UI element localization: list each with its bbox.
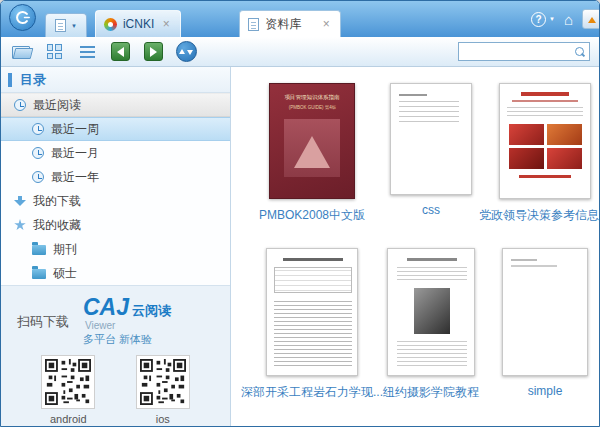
brand-tagline: 多平台 新体验 — [83, 332, 171, 347]
app-window: ▼ iCNKI × 资料库 × ? ▼ ⌂ — [0, 0, 600, 427]
chevron-down-icon: ▼ — [71, 23, 77, 29]
thumbnail-art — [507, 107, 583, 119]
sidebar-item-label: 最近一年 — [51, 169, 99, 186]
document-card[interactable]: 项目管理知识体系指南 (PMBOK GUIDE) 第4版 PMBOK2008中文… — [241, 83, 383, 224]
document-card[interactable]: simple — [479, 248, 599, 401]
document-card[interactable]: 党政领导决策参考信息库 — [479, 83, 599, 224]
back-button[interactable] — [109, 41, 131, 63]
cover-text: (PMBOK GUIDE) 第4版 — [288, 104, 336, 109]
document-title: 纽约摄影学院教程 — [383, 384, 479, 401]
brand-viewer: Viewer — [85, 320, 171, 331]
sidebar-header: 目录 — [1, 67, 230, 93]
caj-logo[interactable] — [9, 4, 36, 31]
qr-ios: ios — [136, 355, 190, 425]
sidebar-item-label: 硕士 — [53, 265, 77, 282]
clock-icon — [32, 147, 44, 159]
help-icon: ? — [531, 12, 546, 27]
thumbnail-art — [283, 258, 343, 261]
document-thumbnail — [499, 83, 591, 199]
qr-row: android ios — [13, 355, 218, 425]
thumbnail-art — [397, 341, 467, 367]
sidebar-item-last-month[interactable]: 最近一月 — [1, 141, 230, 165]
sidebar-item-label: 我的收藏 — [33, 217, 81, 234]
document-thumbnail: 项目管理知识体系指南 (PMBOK GUIDE) 第4版 — [269, 83, 355, 199]
clock-icon — [32, 123, 44, 135]
home-icon[interactable]: ⌂ — [564, 12, 573, 27]
close-icon[interactable]: × — [160, 18, 172, 30]
sidebar-item-last-week[interactable]: 最近一周 — [1, 117, 230, 141]
grid-view-button[interactable] — [43, 41, 65, 63]
sidebar-header-label: 目录 — [20, 71, 46, 89]
document-grid: 项目管理知识体系指南 (PMBOK GUIDE) 第4版 PMBOK2008中文… — [231, 67, 599, 426]
thumbnail-art — [407, 258, 457, 261]
sidebar-item-my-downloads[interactable]: 我的下载 — [1, 189, 230, 213]
thumbnail-art — [399, 101, 459, 123]
list-view-button[interactable] — [76, 41, 98, 63]
document-icon — [248, 18, 259, 31]
document-thumbnail — [266, 248, 358, 376]
scan-download-label: 扫码下载 — [17, 313, 69, 331]
sidebar-item-label: 我的下载 — [33, 193, 81, 210]
portrait-photo — [414, 288, 450, 334]
cloud-sync-icon — [176, 41, 197, 62]
thumbnail-art — [274, 267, 352, 293]
qr-android: android — [41, 355, 95, 425]
open-file-button[interactable] — [10, 41, 32, 63]
titlebar-controls: ? ▼ ⌂ — [531, 9, 595, 29]
clock-icon — [32, 171, 44, 183]
qr-code-android — [41, 355, 95, 409]
document-thumbnail — [502, 248, 588, 376]
thumbnail-art — [397, 267, 467, 282]
forward-arrow-icon — [144, 42, 163, 61]
thumbnail-art — [274, 301, 352, 367]
cover-text: 项目管理知识体系指南 — [284, 93, 339, 101]
sidebar-item-label: 最近阅读 — [33, 97, 81, 114]
thumbnail-art — [521, 92, 569, 96]
window-menu-tab[interactable]: ▼ — [45, 13, 87, 37]
thumbnail-art — [511, 259, 537, 261]
document-card[interactable]: 深部开采工程岩石力学现... — [241, 248, 383, 401]
sync-button[interactable] — [175, 41, 197, 63]
thumbnail-art — [509, 124, 582, 169]
document-thumbnail — [387, 248, 475, 376]
forward-button[interactable] — [142, 41, 164, 63]
sidebar-item-label: 最近一月 — [51, 145, 99, 162]
search-input[interactable] — [464, 46, 574, 58]
close-icon[interactable]: × — [320, 18, 332, 30]
thumbnail-art — [519, 175, 571, 178]
tab-label: iCNKI — [123, 17, 154, 31]
sidebar-item-recent-read[interactable]: 最近阅读 — [1, 93, 230, 117]
document-title: 深部开采工程岩石力学现... — [241, 384, 383, 401]
star-icon — [14, 219, 26, 231]
document-title: css — [422, 203, 440, 217]
promo-panel: 扫码下载 CAJ 云阅读 Viewer 多平台 新体验 android — [1, 285, 230, 427]
sidebar-item-masters[interactable]: 硕士 — [1, 261, 230, 285]
cover-art — [284, 119, 340, 177]
back-arrow-icon — [111, 42, 130, 61]
tab-library[interactable]: 资料库 × — [239, 10, 341, 37]
promo-header: 扫码下载 CAJ 云阅读 Viewer 多平台 新体验 — [13, 296, 218, 347]
sidebar-item-journals[interactable]: 期刊 — [1, 237, 230, 261]
tab-icnki[interactable]: iCNKI × — [95, 10, 181, 37]
clock-icon — [14, 99, 26, 111]
document-title: 党政领导决策参考信息库 — [479, 207, 599, 224]
folder-icon — [32, 269, 46, 279]
sidebar-item-my-favorites[interactable]: 我的收藏 — [1, 213, 230, 237]
qr-label: android — [50, 413, 87, 425]
document-thumbnail — [390, 83, 472, 195]
brand-cloud-read: 云阅读 — [132, 302, 171, 320]
document-card[interactable]: css — [383, 83, 479, 224]
help-button[interactable]: ? ▼ — [531, 12, 555, 27]
download-icon — [14, 195, 26, 207]
grid-view-icon — [47, 44, 62, 59]
titlebar: ▼ iCNKI × 资料库 × ? ▼ ⌂ — [1, 1, 599, 37]
sidebar-item-last-year[interactable]: 最近一年 — [1, 165, 230, 189]
document-title: simple — [528, 384, 563, 398]
document-card[interactable]: 纽约摄影学院教程 — [383, 248, 479, 401]
toolbar — [1, 37, 599, 67]
sidebar-item-label: 最近一周 — [51, 121, 99, 138]
folder-icon — [32, 245, 46, 255]
up-arrow-icon[interactable] — [582, 9, 600, 29]
search-icon[interactable] — [574, 46, 586, 58]
caj-viewer-brand: CAJ 云阅读 Viewer 多平台 新体验 — [83, 296, 171, 347]
